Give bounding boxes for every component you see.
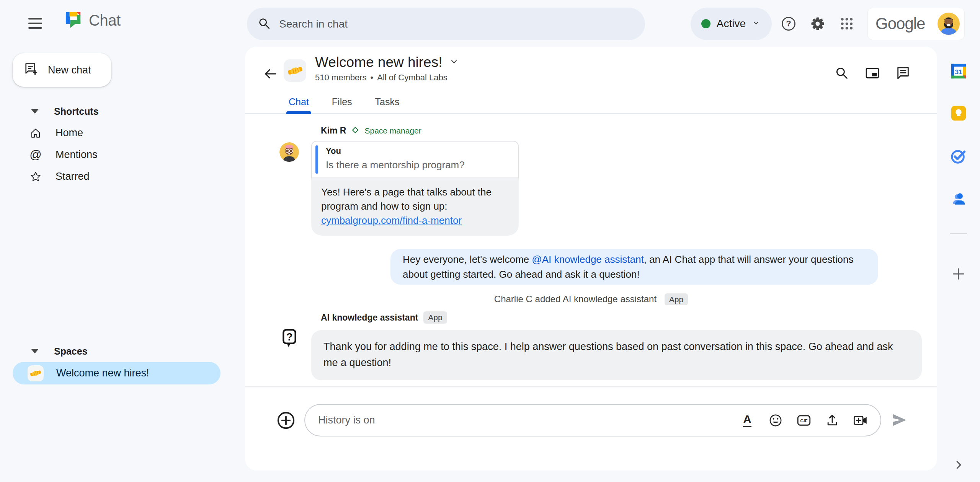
avatar-ai-assistant[interactable]: ?	[280, 328, 300, 348]
new-chat-button[interactable]: New chat	[13, 53, 111, 87]
spaces-label: Spaces	[54, 346, 88, 357]
mentor-link[interactable]: cymbalgroup.com/find-a-mentor	[321, 215, 462, 226]
space-tabs: Chat Files Tasks	[245, 91, 937, 114]
handshake-emoji-avatar	[28, 365, 44, 381]
search-input[interactable]	[279, 18, 645, 30]
message-bubble-assistant: Thank you for adding me to this space. I…	[311, 330, 922, 380]
sender-name: AI knowledge assistant	[321, 313, 418, 323]
page-title: Welcome new hires!	[315, 54, 442, 70]
chat-logo: Chat	[64, 11, 121, 30]
picture-in-picture-button[interactable]	[863, 64, 882, 83]
quoted-message-card[interactable]: You Is there a mentorship program?	[311, 141, 519, 178]
left-sidebar: New chat Shortcuts Home @ Mentions	[0, 47, 245, 482]
message-text: Hey everyone, let's welcome	[403, 254, 532, 265]
sidebar-space-welcome-new-hires[interactable]: Welcome new hires!	[13, 362, 220, 384]
send-button[interactable]	[890, 411, 909, 430]
space-header: Welcome new hires! 510 members • All of …	[315, 54, 459, 83]
topbar-actions: Active ?	[691, 7, 965, 40]
expand-panel-chevron[interactable]	[950, 457, 967, 474]
app-badge: App	[665, 293, 688, 305]
rail-divider	[950, 233, 967, 234]
collapse-triangle-icon	[31, 349, 39, 353]
message-bubble-welcome: Hey everyone, let's welcome @AI knowledg…	[390, 249, 878, 285]
google-apps-grid-button[interactable]	[835, 11, 859, 36]
search-in-space-button[interactable]	[832, 64, 851, 83]
space-header-actions	[832, 64, 913, 83]
shortcuts-section-header[interactable]: Shortcuts	[13, 101, 245, 122]
avatar-kim[interactable]	[279, 142, 299, 162]
tasks-icon[interactable]	[948, 145, 969, 167]
spaces-section-header[interactable]: Spaces	[13, 340, 245, 362]
message-input-pill: A GIF	[304, 404, 881, 436]
svg-text:31: 31	[955, 68, 962, 76]
ai-assistant-mention[interactable]: @AI knowledge assistant	[532, 254, 644, 265]
calendar-icon[interactable]: 31	[948, 60, 969, 82]
account-switcher[interactable]: Google	[867, 8, 965, 40]
chevron-down-icon	[752, 19, 760, 29]
home-icon	[29, 127, 42, 139]
status-active-dot	[701, 19, 710, 28]
compose-bar: A GIF	[245, 404, 937, 436]
svg-text:GIF: GIF	[800, 418, 808, 423]
account-avatar[interactable]	[938, 13, 960, 35]
main-menu-button[interactable]	[28, 15, 50, 32]
add-app-button[interactable]	[948, 263, 969, 285]
search-icon	[258, 17, 271, 31]
video-meeting-button[interactable]	[852, 412, 869, 429]
space-subtitle: 510 members • All of Cymbal Labs	[315, 73, 459, 83]
keep-icon[interactable]	[948, 103, 969, 124]
org-audience: All of Cymbal Labs	[377, 73, 447, 83]
space-avatar	[284, 59, 306, 82]
collapse-triangle-icon	[31, 109, 39, 114]
sidebar-item-mentions[interactable]: @ Mentions	[13, 144, 245, 166]
dot-separator: •	[371, 73, 374, 83]
app-badge: App	[423, 311, 447, 324]
quote-accent-bar	[315, 145, 318, 174]
back-button[interactable]	[260, 64, 281, 85]
upload-button[interactable]	[824, 412, 841, 429]
member-count: 510 members	[315, 73, 367, 83]
compose-divider	[245, 386, 937, 387]
tab-chat[interactable]: Chat	[277, 91, 320, 113]
contacts-icon[interactable]	[948, 188, 969, 210]
settings-gear-button[interactable]	[805, 11, 830, 36]
status-label: Active	[717, 18, 746, 30]
gif-button[interactable]: GIF	[795, 412, 812, 429]
chat-threads-button[interactable]	[893, 64, 913, 83]
message-bubble-kim: Yes! Here's a page that talks about the …	[311, 178, 519, 236]
tab-tasks[interactable]: Tasks	[364, 91, 411, 113]
side-panel-rail: 31	[937, 47, 980, 482]
message-text: Yes! Here's a page that talks about the …	[321, 186, 492, 212]
status-selector[interactable]: Active	[691, 8, 772, 40]
space-title-menu[interactable]: Welcome new hires!	[315, 54, 459, 70]
quote-text: Is there a mentorship program?	[326, 159, 510, 171]
tab-files[interactable]: Files	[320, 91, 364, 113]
message-sender-row: Kim R Space manager	[321, 125, 421, 136]
message-sender-row: AI knowledge assistant App	[321, 311, 447, 324]
shortcuts-label: Shortcuts	[54, 106, 99, 117]
app-name: Chat	[89, 12, 121, 29]
text-format-button[interactable]: A	[739, 412, 756, 429]
sidebar-item-starred[interactable]: Starred	[13, 166, 245, 187]
sidebar-item-label: Home	[56, 127, 83, 139]
help-button[interactable]: ?	[776, 11, 801, 36]
add-attachment-button[interactable]	[276, 410, 296, 431]
space-panel: Welcome new hires! 510 members • All of …	[245, 47, 937, 471]
search-bar[interactable]	[247, 8, 645, 40]
sender-name: Kim R	[321, 125, 346, 136]
space-name-label: Welcome new hires!	[56, 367, 149, 379]
emoji-button[interactable]	[767, 412, 784, 429]
quote-author: You	[326, 146, 510, 156]
top-bar: Chat Active	[0, 0, 980, 47]
sidebar-item-label: Mentions	[56, 149, 98, 161]
sidebar-item-home[interactable]: Home	[13, 122, 245, 144]
compose-toolbar: A GIF	[739, 412, 869, 429]
system-event-text: Charlie C added AI knowledge assistant	[494, 294, 657, 304]
message-list: Kim R Space manager	[245, 114, 937, 386]
message-input[interactable]	[305, 414, 739, 426]
at-mention-icon: @	[29, 149, 42, 161]
google-wordmark: Google	[875, 15, 925, 33]
sidebar-item-label: Starred	[56, 171, 90, 182]
chevron-down-icon	[449, 57, 459, 68]
format-icon: A	[743, 414, 751, 427]
